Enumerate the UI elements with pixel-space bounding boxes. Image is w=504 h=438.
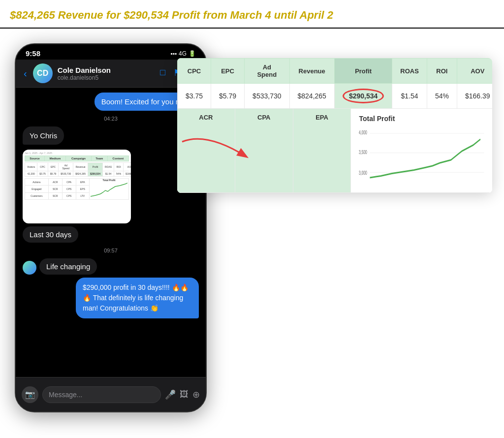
metric-acr: ACR (177, 109, 235, 192)
video-call-icon[interactable]: □ (160, 67, 165, 79)
dashboard-card: CPC EPC Ad Spend Revenue Profit ROAS ROI… (177, 58, 492, 193)
cell-revenue: $824,265 (289, 84, 334, 109)
metrics-table: CPC EPC Ad Spend Revenue Profit ROAS ROI… (177, 58, 492, 109)
page-header: $824,265 Revenue for $290,534 Profit fro… (0, 0, 504, 29)
back-button[interactable]: ‹ (24, 68, 27, 79)
svg-text:3,500: 3,500 (359, 149, 367, 155)
col-header-roas: ROAS (392, 59, 427, 84)
col-header-adspend: Ad Spend (245, 59, 289, 84)
input-right-icons: 🎤 🖼 ⊕ (165, 389, 200, 400)
message-incoming-30days: Last 30 days (23, 226, 78, 243)
col-header-roi: ROI (427, 59, 457, 84)
cell-roas: $1.54 (392, 84, 427, 109)
message-incoming-yochris: Yo Chris (23, 126, 64, 145)
header-epa: EPA (301, 114, 343, 121)
profit-circle-value: $290,534 (343, 89, 384, 103)
signal-icon: ▪▪▪ (170, 50, 177, 57)
contact-info: Cole Danielson cole.danielson5 (58, 66, 155, 81)
svg-text:3,000: 3,000 (359, 170, 367, 176)
cell-cpc: $3.75 (178, 84, 211, 109)
network-icon: 4G (179, 50, 187, 57)
message-incoming-lifechanging: Life changing (39, 258, 97, 275)
status-bar: 9:58 ▪▪▪ 4G 🔋 (16, 44, 206, 60)
contact-name: Cole Danielson (58, 66, 155, 74)
col-header-profit: Profit (334, 59, 392, 84)
status-time: 9:58 (26, 49, 40, 58)
cell-epc: $5.79 (211, 84, 245, 109)
header-acr: ACR (185, 114, 227, 121)
cell-profit: $290,534 (334, 84, 392, 109)
mic-icon[interactable]: 🎤 (165, 389, 176, 400)
cell-adspend: $533,730 (245, 84, 289, 109)
timestamp-0957: 09:57 (104, 248, 118, 253)
status-icons: ▪▪▪ 4G 🔋 (170, 50, 196, 57)
main-content: 9:58 ▪▪▪ 4G 🔋 ‹ CD Cole Danielson cole.d… (0, 29, 504, 437)
camera-button[interactable]: 📷 (22, 386, 38, 403)
plus-icon[interactable]: ⊕ (192, 389, 200, 400)
message-row-lifechanging: Life changing (23, 258, 199, 275)
second-metrics-row: ACR CPA EPA Total Profit 4,000 3,500 3,0… (177, 109, 492, 193)
input-placeholder: Message... (49, 391, 82, 399)
col-header-aov: AOV (457, 59, 492, 84)
metric-epa: EPA (293, 109, 351, 192)
col-header-revenue: Revenue (289, 59, 334, 84)
metric-cpa: CPA (235, 109, 293, 192)
image-icon[interactable]: 🖼 (180, 389, 189, 400)
screenshot-thumbnail[interactable]: Jan 1, 2025 - Apr 7, 2025 SourceMediumCa… (23, 150, 131, 223)
timestamp-0423: 04:23 (104, 116, 118, 122)
page-title: $824,265 Revenue for $290,534 Profit fro… (10, 9, 494, 22)
battery-icon: 🔋 (189, 50, 196, 57)
contact-avatar: CD (33, 63, 53, 83)
svg-text:4,000: 4,000 (359, 130, 367, 136)
contact-handle: cole.danielson5 (58, 74, 155, 81)
cell-roi: 54% (427, 84, 457, 109)
header-cpa: CPA (243, 114, 285, 121)
col-header-cpc: CPC (178, 59, 211, 84)
cell-aov: $166.39 (457, 84, 492, 109)
col-header-epc: EPC (211, 59, 245, 84)
chart-svg: 4,000 3,500 3,000 (359, 127, 484, 187)
message-input[interactable]: Message... (42, 386, 161, 403)
sender-avatar (23, 261, 36, 275)
metrics-row: $3.75 $5.79 $533,730 $824,265 $290,534 $… (178, 84, 493, 109)
message-input-bar: 📷 Message... 🎤 🖼 ⊕ (16, 377, 206, 411)
message-outgoing-congrats: $290,000 profit in 30 days!!!! 🔥🔥🔥 That … (76, 278, 199, 318)
chart-title: Total Profit (359, 115, 484, 123)
chart-area: Total Profit 4,000 3,500 3,000 (351, 109, 492, 192)
